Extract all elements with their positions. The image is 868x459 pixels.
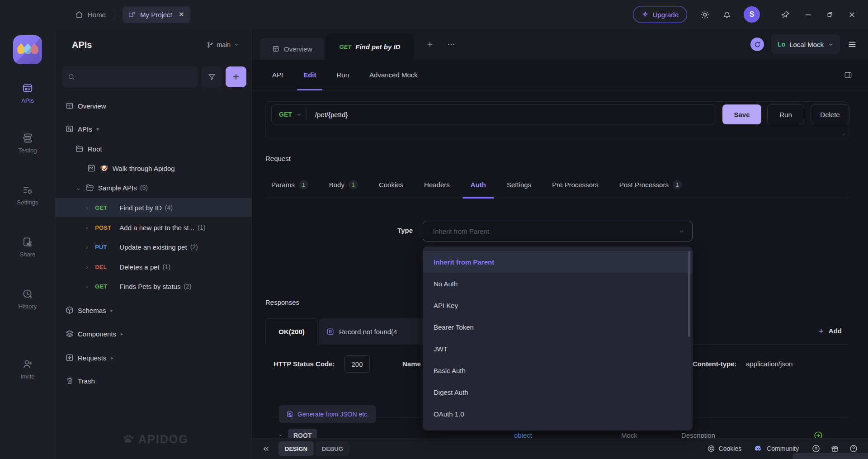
request-tab-headers[interactable]: Headers [424, 172, 450, 198]
tree-item-walkthrough[interactable]: 🐶 Walk through Apidog [55, 159, 252, 178]
upgrade-button[interactable]: Upgrade [633, 6, 687, 23]
notifications-bell-icon[interactable] [722, 9, 732, 19]
content-type-value[interactable]: application/json [746, 360, 793, 368]
method-select-value[interactable]: GET [279, 111, 292, 118]
dropdown-option-jwt[interactable]: JWT [423, 338, 693, 360]
design-mode-button[interactable]: DESIGN [278, 441, 314, 456]
environment-selector[interactable]: Lo Local Mock [771, 34, 840, 54]
apidog-logo[interactable] [13, 35, 42, 64]
subtab-api[interactable]: API [272, 60, 283, 90]
resize-grip-icon[interactable] [840, 131, 846, 137]
tab-find-pet-by-id[interactable]: GET Find pet by ID [326, 33, 414, 60]
sidebar-item-testing[interactable]: Testing [0, 132, 55, 166]
caret-down-icon: ▾ [96, 126, 99, 132]
request-tab-settings[interactable]: Settings [507, 172, 531, 198]
logo-drop-yellow [17, 43, 25, 54]
save-button[interactable]: Save [722, 104, 761, 124]
dropdown-option-bearer-token[interactable]: Bearer Token [423, 316, 693, 338]
new-tab-plus-icon[interactable] [425, 40, 434, 49]
request-tab-cookies[interactable]: Cookies [379, 172, 403, 198]
response-tab-ok-200[interactable]: OK(200) [265, 318, 318, 345]
request-tab-pre-processors[interactable]: Pre Processors [552, 172, 599, 198]
pin-window-icon[interactable] [781, 10, 790, 19]
minimize-icon[interactable] [804, 10, 812, 19]
add-response-button[interactable]: ＋ Add [817, 326, 842, 336]
branch-selector[interactable]: main [207, 41, 239, 48]
request-tab-params[interactable]: Params1 [271, 172, 308, 198]
chevron-right-icon[interactable]: › [86, 224, 88, 231]
collapse-sidebar-icon[interactable] [262, 445, 270, 453]
sidebar-item-settings[interactable]: Settings [0, 184, 55, 218]
dropdown-option-basic-auth[interactable]: Basic Auth [423, 360, 693, 381]
path-input[interactable]: /pet/{petId} [315, 111, 348, 118]
cookies-button[interactable]: Cookies [707, 445, 742, 453]
request-tab-auth[interactable]: Auth [471, 172, 486, 198]
chevron-right-icon[interactable]: › [86, 204, 88, 211]
tree-endpoint-add-pet[interactable]: › POST Add a new pet to the st... (1) [55, 218, 252, 237]
folder-icon [75, 144, 84, 153]
run-button[interactable]: Run [767, 104, 804, 124]
avatar-initial: S [750, 10, 755, 19]
sidebar-item-apis[interactable]: APIs [0, 82, 55, 116]
project-tab[interactable]: My Project ✕ [123, 6, 190, 23]
chevron-expanded-icon[interactable]: ⌄ [76, 185, 81, 191]
dropdown-option-oauth-1[interactable]: OAuth 1.0 [423, 403, 693, 425]
mock-status-icon[interactable] [750, 38, 764, 51]
caret-down-icon[interactable]: ⌄ [278, 431, 283, 437]
tab-overview[interactable]: Overview [260, 38, 324, 60]
home-button[interactable]: Home [75, 10, 106, 19]
add-api-button[interactable] [226, 66, 246, 87]
tree-item-apis-group[interactable]: APIs ▾ [55, 119, 252, 138]
search-input[interactable] [79, 73, 192, 80]
http-status-input[interactable]: 200 [344, 355, 370, 373]
dropdown-option-inherit[interactable]: Inherit from Parent [423, 251, 693, 273]
request-tab-post-processors[interactable]: Post Processors1 [619, 172, 682, 198]
subtab-run[interactable]: Run [337, 60, 349, 90]
user-avatar[interactable]: S [744, 6, 760, 23]
tree-item-root-folder[interactable]: Root [55, 139, 252, 158]
community-button[interactable]: Community [754, 444, 799, 453]
tree-item-schemas[interactable]: Schemas ▸ [55, 301, 252, 320]
dropdown-option-no-auth[interactable]: No Auth [423, 273, 693, 294]
tree-endpoint-find-pet[interactable]: › GET Find pet by ID (4) [55, 198, 252, 217]
search-box[interactable] [62, 66, 198, 87]
filter-button[interactable] [201, 66, 222, 87]
tree-item-label: APIs [78, 125, 92, 133]
subtab-advanced-mock[interactable]: Advanced Mock [369, 60, 418, 90]
tree-item-requests[interactable]: Requests ▸ [55, 348, 252, 367]
project-tab-close-icon[interactable]: ✕ [179, 10, 184, 19]
dropdown-option-api-key[interactable]: API Key [423, 294, 693, 316]
restore-icon[interactable] [826, 10, 834, 19]
tree-endpoint-find-by-status[interactable]: › GET Finds Pets by status (2) [55, 277, 252, 296]
auth-type-select[interactable]: Inherit from Parent [423, 221, 693, 241]
tree-item-trash[interactable]: Trash [55, 371, 252, 390]
menu-hamburger-icon[interactable] [847, 39, 857, 49]
sidebar-item-history[interactable]: History [0, 288, 55, 322]
split-panel-icon[interactable] [844, 71, 853, 80]
dropdown-option-digest-auth[interactable]: Digest Auth [423, 381, 693, 403]
dropdown-scrollbar[interactable] [688, 251, 690, 337]
updates-circle-up-icon[interactable] [811, 444, 821, 453]
settings-gear-icon[interactable] [700, 9, 710, 20]
delete-button[interactable]: Delete [811, 104, 849, 124]
tree-item-sample-apis[interactable]: ⌄ Sample APIs (5) [55, 178, 252, 197]
tree-endpoint-update-pet[interactable]: › PUT Update an existing pet (2) [55, 237, 252, 256]
more-tabs-icon[interactable] [446, 39, 456, 49]
tree-item-overview[interactable]: Overview [55, 96, 252, 115]
subtab-edit[interactable]: Edit [303, 60, 316, 90]
chevron-right-icon[interactable]: › [86, 264, 88, 270]
tree-item-components[interactable]: Components ▸ [55, 324, 252, 343]
sidebar-item-share[interactable]: Share [0, 236, 55, 270]
help-icon[interactable] [849, 444, 858, 453]
logo-drop-pink [31, 43, 38, 54]
chevron-right-icon[interactable]: › [86, 283, 88, 290]
chevron-right-icon[interactable]: › [86, 244, 88, 251]
request-tab-body[interactable]: Body1 [329, 172, 358, 198]
debug-mode-button[interactable]: DEBUG [316, 441, 349, 456]
close-window-icon[interactable] [848, 10, 856, 19]
method-path-input[interactable]: GET /pet/{petId} [271, 104, 716, 124]
tree-endpoint-delete-pet[interactable]: › DEL Deletes a pet (1) [55, 257, 252, 276]
generate-from-json-button[interactable]: Generate from JSON etc. [279, 405, 376, 423]
sidebar-item-invite[interactable]: Invite [0, 358, 55, 392]
gift-icon[interactable] [830, 445, 839, 453]
